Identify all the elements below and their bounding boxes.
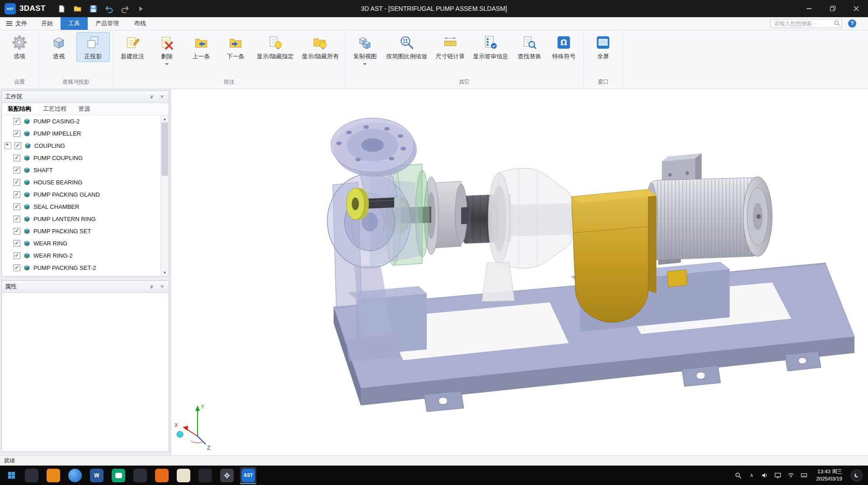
file-menu-button[interactable]: 文件 — [0, 17, 33, 30]
close-panel-icon[interactable]: × — [159, 283, 165, 290]
word-icon[interactable]: W — [90, 469, 104, 482]
tree-item[interactable]: WEAR RING — [2, 237, 160, 250]
quick-access-more-icon[interactable] — [137, 5, 145, 13]
options-button[interactable]: 选项 — [3, 32, 36, 62]
scroll-down-icon[interactable]: ▼ — [161, 269, 169, 276]
visibility-checkbox[interactable] — [14, 142, 21, 149]
taskbar-app-icon-1[interactable] — [47, 469, 60, 482]
visibility-checkbox[interactable] — [14, 167, 20, 174]
tab-product-management[interactable]: 产品管理 — [88, 17, 127, 30]
settings-gear-icon[interactable] — [220, 469, 234, 482]
close-panel-icon[interactable]: × — [159, 94, 165, 100]
hamburger-icon — [6, 23, 12, 24]
scale-by-diagram-button[interactable]: 按简图比例缩放 — [382, 32, 431, 62]
taskbar-app-icon-5[interactable] — [177, 469, 190, 482]
new-annotation-button[interactable]: 新建批注 — [116, 32, 149, 62]
help-icon[interactable]: ? — [848, 19, 856, 28]
visibility-checkbox[interactable] — [14, 155, 20, 161]
special-symbol-icon: Ω — [556, 35, 571, 50]
minimize-button[interactable] — [797, 0, 821, 17]
tree-item[interactable]: HOUSE BEARING — [2, 176, 160, 188]
taskbar-app-icon-4[interactable] — [155, 469, 169, 482]
keyboard-icon[interactable] — [800, 472, 807, 479]
tree-item[interactable]: PUMP PACKING SET — [2, 225, 160, 237]
visibility-checkbox[interactable] — [14, 118, 20, 125]
orthographic-button[interactable]: 正投影 — [76, 32, 110, 62]
close-button[interactable] — [844, 0, 868, 17]
visibility-checkbox[interactable] — [14, 179, 20, 186]
delete-annotation-button[interactable]: 删除 — [150, 32, 184, 66]
button-label: 下一条 — [227, 52, 245, 61]
scroll-up-icon[interactable]: ▲ — [161, 115, 169, 122]
visibility-checkbox[interactable] — [14, 228, 20, 235]
taskbar-app-icon-3[interactable] — [133, 469, 147, 482]
search-input[interactable] — [770, 19, 842, 28]
tree-scrollbar[interactable]: ▲ ▼ — [160, 115, 169, 276]
show-hide-all-button[interactable]: 显示/隐藏所有 — [298, 32, 343, 62]
tree-item[interactable]: WEAR RING-2 — [2, 250, 160, 262]
save-icon[interactable] — [89, 5, 98, 13]
copy-view-button[interactable]: 复制视图 — [348, 32, 382, 66]
taskbar-clock[interactable]: 13:43 周三 2025/03/19 — [816, 468, 842, 482]
tree-item[interactable]: PUMP COUPLING — [2, 152, 160, 164]
part-icon — [23, 118, 31, 125]
perspective-button[interactable]: 透视 — [42, 32, 75, 62]
visibility-checkbox[interactable] — [14, 130, 20, 137]
tree-item-label: PUMP CASING-2 — [33, 118, 80, 125]
previous-annotation-button[interactable]: 上一条 — [184, 32, 218, 62]
visibility-checkbox[interactable] — [14, 252, 20, 259]
tab-tools[interactable]: 工具 — [61, 17, 88, 30]
tree-item[interactable]: COUPLING — [2, 140, 160, 152]
tree-item[interactable]: PUMP LANTERN RING — [2, 213, 160, 225]
collapse-panel-icon[interactable]: ∨ — [148, 94, 155, 100]
next-annotation-button[interactable]: 下一条 — [219, 32, 252, 62]
volume-icon[interactable] — [761, 472, 768, 479]
visibility-checkbox[interactable] — [14, 264, 20, 271]
visibility-checkbox[interactable] — [14, 240, 20, 247]
tree-item[interactable]: SEAL CHAMBER — [2, 201, 160, 213]
3d-viewport[interactable]: Y X Z — [171, 89, 868, 455]
scrollbar-thumb[interactable] — [161, 122, 168, 176]
ast-app-icon[interactable]: AST — [241, 469, 255, 482]
tab-routing[interactable]: 布线 — [127, 17, 154, 30]
start-button[interactable] — [2, 466, 21, 485]
tree-item-label: COUPLING — [34, 142, 65, 149]
taskbar-app-icon-2[interactable] — [68, 469, 82, 482]
tree-item[interactable]: PUMP PACKING SET-2 — [2, 262, 160, 274]
restore-button[interactable] — [821, 0, 844, 17]
tray-search-icon[interactable] — [735, 472, 742, 479]
taskbar-app-icon-0[interactable] — [25, 469, 38, 482]
tab-start[interactable]: 开始 — [33, 17, 61, 30]
tree-item[interactable]: SHAFT — [2, 164, 160, 176]
notification-icon[interactable] — [851, 470, 863, 481]
tab-process[interactable]: 工艺过程 — [37, 103, 72, 115]
chevron-up-icon[interactable]: ∧ — [748, 472, 755, 479]
open-file-icon[interactable] — [73, 5, 82, 13]
dimension-chain-button[interactable]: 尺寸链计算 — [432, 32, 468, 62]
tab-resources[interactable]: 资源 — [72, 103, 96, 115]
visibility-checkbox[interactable] — [14, 191, 20, 198]
expand-toggle-icon[interactable] — [5, 142, 11, 149]
review-info-button[interactable]: 显示签审信息 — [469, 32, 512, 62]
tree-item[interactable]: PUMP CASING-2 — [2, 115, 160, 127]
undo-icon[interactable] — [105, 5, 113, 13]
network-icon[interactable] — [787, 472, 794, 479]
visibility-checkbox[interactable] — [14, 216, 20, 222]
tree-item-label: SEAL CHAMBER — [33, 203, 79, 210]
show-hide-specified-button[interactable]: 显示/隐藏指定 — [253, 32, 297, 62]
tab-assembly-structure[interactable]: 装配结构 — [2, 103, 37, 115]
display-icon[interactable] — [774, 472, 781, 479]
taskbar-app-icon-6[interactable] — [198, 469, 212, 482]
new-document-icon[interactable] — [57, 5, 66, 13]
find-replace-button[interactable]: 查找替换 — [513, 32, 546, 62]
chat-app-icon[interactable] — [112, 469, 125, 482]
search-box[interactable] — [770, 19, 842, 28]
fullscreen-button[interactable]: 全屏 — [586, 32, 620, 62]
collapse-panel-icon[interactable]: ∨ — [148, 283, 155, 290]
special-symbol-button[interactable]: Ω 特殊符号 — [547, 32, 580, 62]
tree-item[interactable]: PUMP PACKING GLAND — [2, 188, 160, 201]
visibility-checkbox[interactable] — [14, 203, 20, 210]
tree-item[interactable]: PUMP IMPELLER — [2, 127, 160, 140]
dropdown-arrow-icon — [165, 63, 169, 65]
redo-icon[interactable] — [121, 5, 129, 13]
